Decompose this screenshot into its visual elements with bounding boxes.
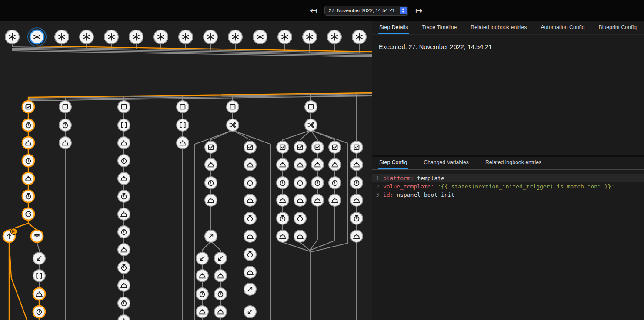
trace-node-timer[interactable]	[311, 177, 324, 189]
tab-automation-config[interactable]: Automation Config	[540, 24, 585, 34]
trace-node-cloche[interactable]	[329, 194, 341, 206]
trigger-node[interactable]	[154, 30, 168, 44]
trace-node-timer[interactable]	[329, 177, 341, 189]
trace-node-cloche[interactable]	[118, 137, 130, 149]
trace-node-cloche[interactable]	[118, 279, 130, 291]
trace-node-timer[interactable]	[350, 212, 363, 224]
trace-node-timer[interactable]	[196, 288, 208, 300]
trace-node-cloche[interactable]	[277, 194, 289, 206]
trigger-node[interactable]	[228, 30, 242, 44]
trigger-node[interactable]	[204, 30, 217, 44]
trigger-node[interactable]	[129, 30, 143, 44]
trace-node-cloche[interactable]	[244, 194, 256, 206]
trace-node-arrow-bl[interactable]	[244, 306, 256, 318]
trace-node-cloche[interactable]	[311, 194, 324, 206]
trigger-node[interactable]	[253, 30, 267, 44]
trace-node-square[interactable]	[177, 101, 189, 113]
trace-node-timer[interactable]	[244, 248, 256, 261]
trace-node-timer[interactable]	[205, 177, 217, 189]
trace-node-checkbox[interactable]	[244, 141, 256, 153]
trace-node-cloche[interactable]	[118, 244, 130, 256]
trace-node-timer[interactable]	[118, 155, 130, 167]
trigger-node[interactable]	[303, 30, 317, 44]
tab-related-logbook-entries[interactable]: Related logbook entries	[470, 24, 527, 34]
trace-node-cloche[interactable]	[118, 315, 130, 320]
tab-trace-timeline[interactable]: Trace Timeline	[421, 24, 457, 34]
trace-node-square[interactable]	[59, 101, 71, 113]
trace-node-cloche[interactable]	[244, 266, 256, 278]
trace-node-timer[interactable]	[294, 177, 306, 189]
trigger-node[interactable]	[5, 30, 19, 44]
trace-node-checkbox[interactable]	[350, 141, 363, 153]
trigger-node[interactable]	[327, 30, 341, 44]
trace-node-cloche[interactable]	[205, 194, 217, 206]
trace-node-cloche[interactable]	[294, 158, 306, 171]
next-run-button[interactable]: ↦	[414, 5, 424, 16]
trace-node-timer[interactable]	[59, 119, 71, 131]
run-selector[interactable]: 27. November 2022, 14:54:21	[324, 6, 408, 16]
trace-node-cloche[interactable]	[177, 137, 189, 149]
trigger-node[interactable]	[104, 30, 118, 44]
trace-node-timer[interactable]	[22, 155, 34, 167]
trace-node-cloche[interactable]	[294, 194, 306, 206]
trace-node-arrow-bl[interactable]	[214, 252, 227, 264]
trace-node-timer[interactable]	[118, 226, 130, 238]
trace-node-cloche[interactable]	[59, 137, 71, 149]
trigger-node[interactable]	[352, 30, 366, 44]
trace-node-checkbox[interactable]	[294, 141, 306, 153]
trace-node-timer[interactable]	[294, 212, 306, 224]
trace-node-cloche[interactable]	[294, 230, 306, 242]
trace-node-cloche[interactable]	[33, 288, 45, 300]
trace-node-cloche[interactable]	[277, 158, 289, 171]
trace-node-cloche[interactable]	[214, 270, 227, 282]
trace-node-cloche[interactable]	[311, 158, 324, 171]
trace-node-timer[interactable]	[350, 177, 363, 189]
trace-node-cloche[interactable]	[350, 194, 363, 206]
trace-node-cloche[interactable]	[350, 158, 363, 171]
trace-node-cloche[interactable]	[205, 158, 217, 171]
trace-node-cloche[interactable]	[350, 230, 363, 242]
trace-node-timer[interactable]	[277, 212, 289, 224]
trace-node-shuffle[interactable]	[305, 119, 317, 131]
trace-node-timer[interactable]	[33, 306, 45, 318]
trace-node-timer[interactable]	[118, 261, 130, 274]
trace-node-cloche[interactable]	[22, 172, 34, 185]
trace-node-square[interactable]	[305, 101, 317, 113]
trace-node-timer[interactable]	[22, 119, 34, 131]
tab-blueprint-config[interactable]: Blueprint Config	[598, 24, 638, 34]
trigger-node[interactable]	[278, 30, 292, 44]
trace-node-arrow-bl[interactable]	[196, 252, 208, 264]
trace-node-timer[interactable]	[277, 177, 289, 189]
trace-node-brackets[interactable]	[33, 270, 45, 282]
trace-node-checkbox[interactable]	[329, 141, 341, 153]
trigger-node[interactable]	[179, 30, 193, 44]
trace-node-brackets[interactable]	[118, 119, 130, 131]
trace-node-arrow-tr[interactable]	[205, 230, 217, 242]
tab-related-logbook-entries-2[interactable]: Related logbook entries	[484, 159, 542, 169]
trace-node-square[interactable]	[227, 101, 239, 113]
trace-node-square[interactable]	[118, 101, 130, 113]
trigger-node[interactable]	[55, 30, 69, 44]
trace-node-cloche[interactable]	[118, 172, 130, 185]
trace-node-split[interactable]	[31, 230, 43, 242]
trace-node-cloche[interactable]	[329, 158, 341, 171]
trace-node-brackets[interactable]	[177, 119, 189, 131]
trace-node-checkbox[interactable]	[277, 141, 289, 153]
trace-node-cloche[interactable]	[22, 137, 34, 149]
trace-node-cloche[interactable]	[214, 306, 227, 318]
trace-node-timer[interactable]	[214, 288, 227, 300]
trace-node-timer[interactable]	[244, 212, 256, 224]
trace-node-checkbox[interactable]	[311, 141, 324, 153]
trace-node-cloche[interactable]	[196, 306, 208, 318]
trace-node-cloche[interactable]	[244, 230, 256, 242]
trace-node-repeat[interactable]	[22, 208, 34, 220]
trace-node-cloche[interactable]	[244, 158, 256, 171]
trace-node-timer[interactable]	[22, 190, 34, 202]
trace-node-arrow-tr[interactable]	[244, 283, 256, 295]
trace-node-timer[interactable]	[118, 190, 130, 202]
trace-node-arrow-bl[interactable]	[33, 252, 45, 264]
tab-changed-variables[interactable]: Changed Variables	[423, 159, 470, 169]
trace-node-shuffle[interactable]	[227, 119, 239, 131]
previous-run-button[interactable]: ↤	[309, 5, 319, 16]
tab-step-config[interactable]: Step Config	[378, 159, 408, 169]
